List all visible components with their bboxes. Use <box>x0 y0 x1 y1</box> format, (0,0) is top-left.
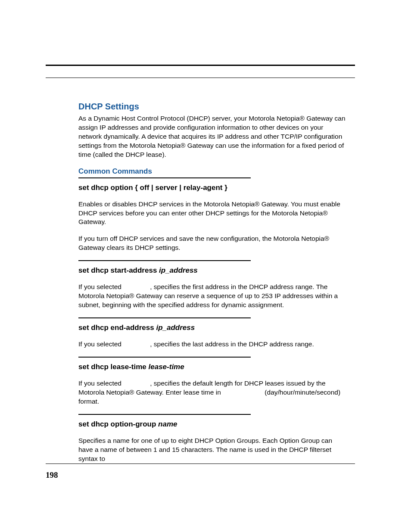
page: DHCP Settings As a Dynamic Host Control … <box>0 0 411 532</box>
divider <box>78 260 251 261</box>
command-heading: set dhcp lease-time lease-time <box>78 363 346 371</box>
command-heading-plain: set dhcp start-address <box>78 266 159 274</box>
command-heading-ital: lease-time <box>149 363 184 371</box>
command-heading-plain: set dhcp end-address <box>78 324 156 332</box>
content-area: DHCP Settings As a Dynamic Host Control … <box>78 102 346 471</box>
command-paragraph: If you selected , specifies the last add… <box>78 340 346 349</box>
command-paragraph: If you selected , specifies the default … <box>78 379 346 406</box>
command-paragraph: Enables or disables DHCP services in the… <box>78 200 346 227</box>
subsection-title: Common Commands <box>78 167 346 176</box>
command-heading: set dhcp end-address ip_address <box>78 324 346 332</box>
command-heading: set dhcp start-address ip_address <box>78 266 346 275</box>
section-intro: As a Dynamic Host Control Protocol (DHCP… <box>78 114 346 159</box>
divider <box>78 317 251 318</box>
command-heading-plain: set dhcp option { off | server | relay-a… <box>78 184 227 192</box>
divider <box>78 414 251 415</box>
command-paragraph: If you turn off DHCP services and save t… <box>78 234 346 252</box>
command-paragraph: Specifies a name for one of up to eight … <box>78 436 346 464</box>
command-heading-plain: set dhcp option-group <box>78 420 158 428</box>
header-rule-thick <box>46 65 355 66</box>
header-rule-thin <box>46 78 355 78</box>
section-title: DHCP Settings <box>78 102 346 112</box>
footer-rule <box>46 464 355 464</box>
command-paragraph: If you selected , specifies the first ad… <box>78 283 346 310</box>
divider <box>78 177 251 178</box>
divider <box>78 357 251 358</box>
command-heading: set dhcp option { off | server | relay-a… <box>78 184 346 192</box>
command-heading-plain: set dhcp lease-time <box>78 363 149 371</box>
page-number: 198 <box>46 470 58 480</box>
command-heading-ital: ip_address <box>159 266 198 274</box>
command-heading: set dhcp option-group name <box>78 420 346 429</box>
command-heading-ital: ip_address <box>156 324 195 332</box>
command-heading-ital: name <box>158 420 177 428</box>
